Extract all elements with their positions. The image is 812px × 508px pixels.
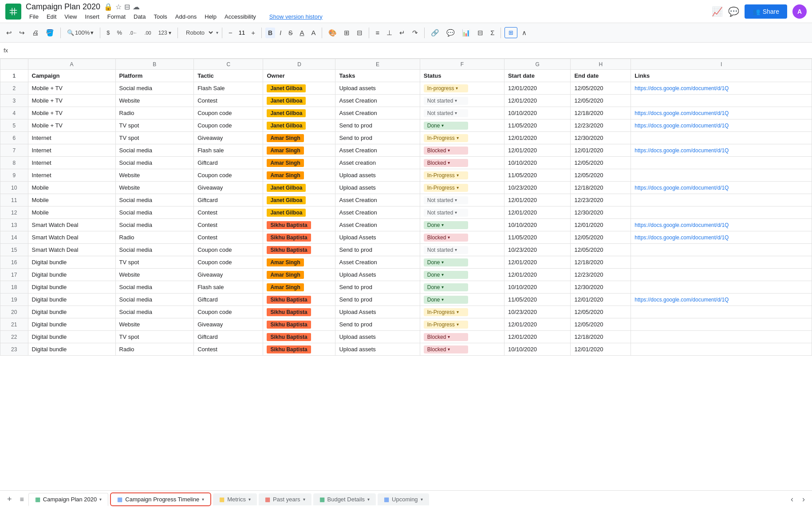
cell-tactic[interactable]: Flash sale <box>194 281 263 294</box>
cell-tasks[interactable]: Upload assets <box>335 331 420 343</box>
cell-end[interactable]: 12/18/2020 <box>571 256 631 269</box>
col-header-b[interactable]: B <box>115 59 194 70</box>
col-header-a[interactable]: A <box>28 59 115 70</box>
cell-platform[interactable]: TV spot <box>115 119 194 132</box>
cell-platform[interactable]: Social media <box>115 244 194 256</box>
cell-end[interactable]: 12/23/2020 <box>571 269 631 281</box>
cell-start[interactable]: 12/01/2020 <box>504 206 570 219</box>
merge-button[interactable]: ⊟ <box>354 27 365 39</box>
cell-tactic[interactable]: Giftcard <box>194 294 263 306</box>
cell-end[interactable]: 12/05/2020 <box>571 231 631 244</box>
cell-tactic[interactable]: Giveaway <box>194 182 263 194</box>
col-header-f[interactable]: F <box>420 59 504 70</box>
cell-start[interactable]: 10/10/2020 <box>504 281 570 294</box>
tab-chevron-6[interactable]: ▾ <box>421 497 423 502</box>
cell-campaign[interactable]: Digital bundle <box>28 318 115 331</box>
sheet-list-button[interactable]: ≡ <box>17 494 27 505</box>
col-header-d[interactable]: D <box>263 59 335 70</box>
cell-end[interactable]: 12/18/2020 <box>571 107 631 119</box>
col-header-e[interactable]: E <box>335 59 420 70</box>
paint-format-button[interactable]: 🪣 <box>43 27 57 39</box>
borders-button[interactable]: ⊞ <box>341 27 352 39</box>
cell-campaign[interactable]: Digital bundle <box>28 281 115 294</box>
cell-platform[interactable]: Website <box>115 269 194 281</box>
cell-link[interactable] <box>631 331 812 343</box>
cell-link[interactable] <box>631 306 812 318</box>
cell-platform[interactable]: Radio <box>115 231 194 244</box>
cell-end[interactable]: 12/23/2020 <box>571 119 631 132</box>
cell-owner[interactable]: Janet Gilboa <box>263 107 335 119</box>
cell-tasks[interactable]: Send to prod <box>335 294 420 306</box>
zoom-dropdown[interactable]: 🔍 100% ▾ <box>64 28 96 37</box>
tab-chevron-2[interactable]: ▾ <box>202 497 204 502</box>
cell-status[interactable]: Done ▾ <box>420 256 504 269</box>
cell-start[interactable]: 12/01/2020 <box>504 331 570 343</box>
cell-campaign[interactable]: Digital bundle <box>28 343 115 356</box>
print-button[interactable]: 🖨 <box>29 27 41 38</box>
cell-start[interactable]: 12/01/2020 <box>504 256 570 269</box>
cell-tactic[interactable]: Giftcard <box>194 331 263 343</box>
cell-link[interactable]: https://docs.google.com/document/d/1Q <box>631 107 812 119</box>
cell-owner[interactable]: Amar Singh <box>263 144 335 157</box>
italic-button[interactable]: I <box>277 28 284 38</box>
cell-campaign[interactable]: Smart Watch Deal <box>28 219 115 231</box>
cell-platform[interactable]: Social media <box>115 206 194 219</box>
menu-help[interactable]: Help <box>201 12 220 21</box>
cell-platform[interactable]: Website <box>115 169 194 182</box>
cell-status[interactable]: In-Progress ▾ <box>420 306 504 318</box>
cell-end[interactable]: 12/05/2020 <box>571 95 631 107</box>
align-left-button[interactable]: ≡ <box>373 27 382 38</box>
cell-owner[interactable]: Sikhu Baptista <box>263 219 335 231</box>
cell-end[interactable]: 12/05/2020 <box>571 306 631 318</box>
cell-tasks[interactable]: Asset creation <box>335 157 420 169</box>
add-sheet-button[interactable]: + <box>4 493 16 506</box>
cell-start[interactable]: 12/01/2020 <box>504 82 570 95</box>
cell-start[interactable]: 11/05/2020 <box>504 169 570 182</box>
cell-tasks[interactable]: Asset Creation <box>335 194 420 206</box>
menu-format[interactable]: Format <box>104 12 129 21</box>
cell-end[interactable]: 12/05/2020 <box>571 169 631 182</box>
cell-start[interactable]: 11/05/2020 <box>504 231 570 244</box>
cell-tasks[interactable]: Asset Creation <box>335 219 420 231</box>
menu-file[interactable]: File <box>26 12 42 21</box>
cell-campaign[interactable]: Digital bundle <box>28 331 115 343</box>
tab-chevron-5[interactable]: ▾ <box>367 497 370 502</box>
col-header-i[interactable]: I <box>631 59 812 70</box>
cell-link[interactable] <box>631 157 812 169</box>
cell-tactic[interactable]: Flash Sale <box>194 82 263 95</box>
cell-campaign[interactable]: Mobile <box>28 182 115 194</box>
font-selector[interactable]: Roboto <box>181 28 214 38</box>
cell-link[interactable] <box>631 244 812 256</box>
cell-status[interactable]: Blocked ▾ <box>420 331 504 343</box>
strikethrough-button[interactable]: S <box>286 28 295 38</box>
cell-tactic[interactable]: Contest <box>194 343 263 356</box>
col-header-c[interactable]: C <box>194 59 263 70</box>
cell-link[interactable] <box>631 281 812 294</box>
cell-campaign[interactable]: Mobile + TV <box>28 119 115 132</box>
cell-owner[interactable]: Sikhu Baptista <box>263 231 335 244</box>
cell-tactic[interactable]: Contest <box>194 219 263 231</box>
menu-accessibility[interactable]: Accessibility <box>221 12 260 21</box>
link-cell[interactable]: https://docs.google.com/document/d/1Q <box>635 297 729 303</box>
cell-end[interactable]: 12/30/2020 <box>571 281 631 294</box>
cell-tasks[interactable]: Asset Creation <box>335 144 420 157</box>
cell-owner[interactable]: Amar Singh <box>263 157 335 169</box>
text-color-button[interactable]: A <box>308 27 318 38</box>
cell-end[interactable]: 12/23/2020 <box>571 194 631 206</box>
cell-start[interactable]: 12/01/2020 <box>504 132 570 144</box>
link-cell[interactable]: https://docs.google.com/document/d/1Q <box>635 123 729 129</box>
cell-owner[interactable]: Sikhu Baptista <box>263 343 335 356</box>
cell-link[interactable]: https://docs.google.com/document/d/1Q <box>631 231 812 244</box>
tab-past-years[interactable]: ▦ Past years ▾ <box>259 493 311 505</box>
fill-color-button[interactable]: 🎨 <box>326 27 339 39</box>
cell-owner[interactable]: Sikhu Baptista <box>263 331 335 343</box>
cell-end[interactable]: 12/05/2020 <box>571 82 631 95</box>
cell-start[interactable]: 12/01/2020 <box>504 194 570 206</box>
cell-link[interactable]: https://docs.google.com/document/d/1Q <box>631 144 812 157</box>
tab-metrics[interactable]: ▦ Metrics ▾ <box>213 493 257 505</box>
cell-start[interactable]: 10/10/2020 <box>504 343 570 356</box>
tab-progress-timeline[interactable]: ▦ Campaign Progress Timeline ▾ <box>110 492 211 506</box>
expand-button[interactable]: ∧ <box>519 27 529 39</box>
cell-campaign[interactable]: Mobile + TV <box>28 107 115 119</box>
font-increase-button[interactable]: + <box>248 27 258 38</box>
